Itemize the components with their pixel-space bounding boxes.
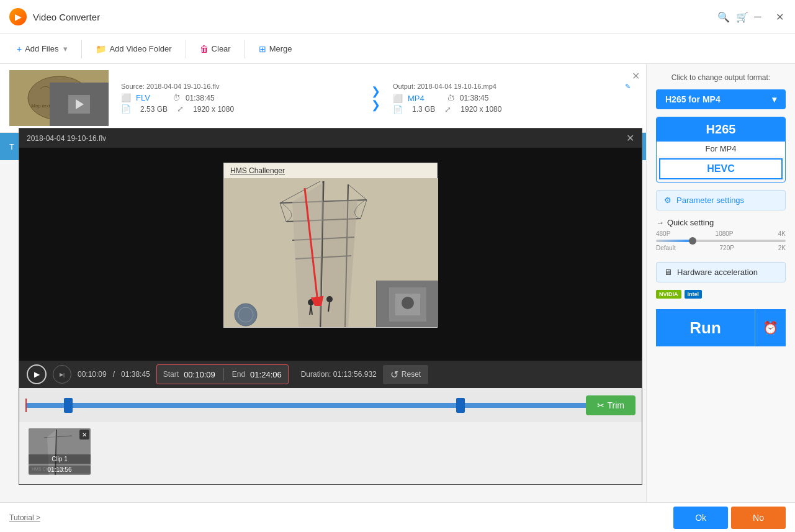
gpu-logos: NVIDIA Intel [656,290,786,299]
main-toolbar: + Add Files ▾ 📁 Add Video Folder 🗑 Clear… [0,34,795,64]
source-info: Source: 2018-04-04 19-10-16.flv ⬜ FLV ⏱ … [115,83,365,114]
toolbar-divider-2 [186,40,186,58]
trim-time-divider [223,368,224,381]
trim-button[interactable]: ✂ Run Trim [586,395,636,415]
arrow-right-icon: ❯ [371,84,380,98]
toolbar-divider-1 [81,40,82,58]
quick-setting-section: → Quick setting 480P 1080P 4K Default 72… [656,218,786,255]
clips-row: HMS Challenger ✕ Clip 1 01:13:56 [19,422,642,484]
resize-icon-output: ⤢ [444,105,451,114]
schedule-button[interactable]: ⏰ [755,309,786,346]
timeline[interactable]: ✂ Run Trim [19,388,642,422]
toolbar-divider-3 [245,40,245,58]
app-title: Video Converter [33,12,100,22]
cart-icon[interactable]: 🛒 [736,11,748,23]
main-content: Map texture Source: 2018-04-04 19-10-16.… [0,64,795,532]
format-codec-label: H265 [657,117,785,142]
close-button[interactable]: ✕ [770,7,789,26]
clock-icon-output: ⏱ [447,94,455,103]
merge-icon: ⊞ [259,44,266,54]
title-bar: ▶ Video Converter 🔍 🛒 ─ ✕ [0,0,795,34]
merge-button[interactable]: ⊞ Merge [251,40,300,58]
gpu-icon: 🖥 [664,268,672,277]
quick-setting-label: → Quick setting [656,218,786,227]
playback-controls: ▶ ▶| 00:10:09 / 01:38:45 Start 00:10:09 … [19,361,642,388]
clip-duration: 01:13:56 [29,466,91,474]
format-container-label: For MP4 [657,142,785,156]
ok-button[interactable]: Ok [673,507,728,529]
video-window-close-button[interactable]: ✕ [626,132,634,144]
right-sidebar: Click to change output format: H265 for … [646,64,795,532]
edit-output-icon[interactable]: ✎ [625,83,631,91]
nvidia-logo: NVIDIA [656,290,681,299]
svg-point-20 [308,299,314,305]
current-time: 00:10:09 [78,370,107,379]
close-file-button[interactable]: ✕ [632,70,640,82]
source-format: FLV [136,93,150,102]
arrow-divider: ❯ ❯ [365,84,387,112]
total-time: 01:38:45 [121,370,150,379]
play-button[interactable]: ▶ [27,364,47,384]
thumbnail-overlay [50,83,109,126]
intel-logo: Intel [685,290,703,299]
quality-slider-wrap: 480P 1080P 4K Default 720P 2K [656,227,786,255]
add-folder-button[interactable]: 📁 Add Video Folder [88,40,179,58]
end-label: End [232,370,245,379]
quick-setting-icon: → [656,218,664,227]
no-button[interactable]: No [731,507,786,529]
output-info: Output: 2018-04-04 19-10-16.mp4 ✎ ⬜ MP4 … [387,83,637,114]
format-selector-button[interactable]: H265 for MP4 ▾ [656,89,786,109]
tutorial-link[interactable]: Tutorial > [9,513,40,522]
run-button[interactable]: Run [656,309,755,346]
file-row: Map texture Source: 2018-04-04 19-10-16.… [0,64,646,133]
search-icon[interactable]: 🔍 [717,11,730,23]
quality-slider[interactable] [656,240,786,242]
start-time: 00:10:09 [184,370,215,379]
clear-button[interactable]: 🗑 Clear [192,40,238,58]
run-area: Run ⏰ [656,309,786,346]
video-frame-image [224,178,438,327]
video-window-content: HMS Challenger [19,148,642,361]
bottom-bar: Tutorial > Ok No [0,502,795,532]
folder-icon: 📁 [96,44,106,54]
settings-icon: ⚙ [664,196,671,205]
video-window: 2018-04-04 19-10-16.flv ✕ HMS Challenger [19,128,642,485]
arrow-right-icon-2: ❯ [371,98,380,112]
play-from-start-button[interactable]: ▶| [53,365,71,384]
file-thumbnail: Map texture [9,70,109,126]
output-size: 1.3 GB [412,105,435,114]
clip-1[interactable]: HMS Challenger ✕ Clip 1 01:13:56 [29,428,91,475]
trash-icon: 🗑 [200,44,209,54]
svg-point-25 [235,304,257,326]
clip-close-button[interactable]: ✕ [79,430,89,440]
timeline-handle-left[interactable] [64,398,73,413]
playhead-indicator [25,399,27,412]
file-info: Source: 2018-04-04 19-10-16.flv ⬜ FLV ⏱ … [115,83,637,114]
add-files-button[interactable]: + Add Files ▾ [9,40,75,58]
minimize-button[interactable]: ─ [748,7,767,26]
end-time: 01:24:06 [250,370,282,379]
parameter-settings-button[interactable]: ⚙ Parameter settings [656,190,786,210]
source-label: Source: 2018-04-04 19-10-16.flv [121,83,359,90]
clock-icon-source: ⏱ [173,93,181,102]
duration-text: Duration: 01:13:56.932 [301,370,377,379]
output-duration: 01:38:45 [460,94,489,102]
video-frame-title[interactable]: HMS Challenger [224,163,437,178]
clock-icon: ⏰ [763,320,778,335]
reset-icon: ↺ [390,369,398,381]
quality-slider-thumb[interactable] [689,237,696,245]
timeline-track[interactable] [25,403,636,408]
reset-button[interactable]: ↺ Reset [383,365,428,384]
source-size: 2.53 GB [140,105,168,114]
resize-icon-source: ⤢ [177,104,184,114]
hardware-acceleration-button[interactable]: 🖥 Hardware acceleration [656,262,786,282]
clip-label: Clip 1 [29,454,91,464]
format-change-label: Click to change output format: [656,73,786,82]
output-label: Output: 2018-04-04 19-10-16.mp4 [393,83,496,90]
dropdown-arrow-icon[interactable]: ▾ [63,44,68,53]
output-resolution: 1920 x 1080 [460,105,501,114]
video-window-title-bar: 2018-04-04 19-10-16.flv ✕ [19,128,642,148]
format-icon: ⬜ [121,93,131,102]
timeline-handle-right[interactable] [456,398,465,413]
folder-icon-source: 📄 [121,104,131,114]
